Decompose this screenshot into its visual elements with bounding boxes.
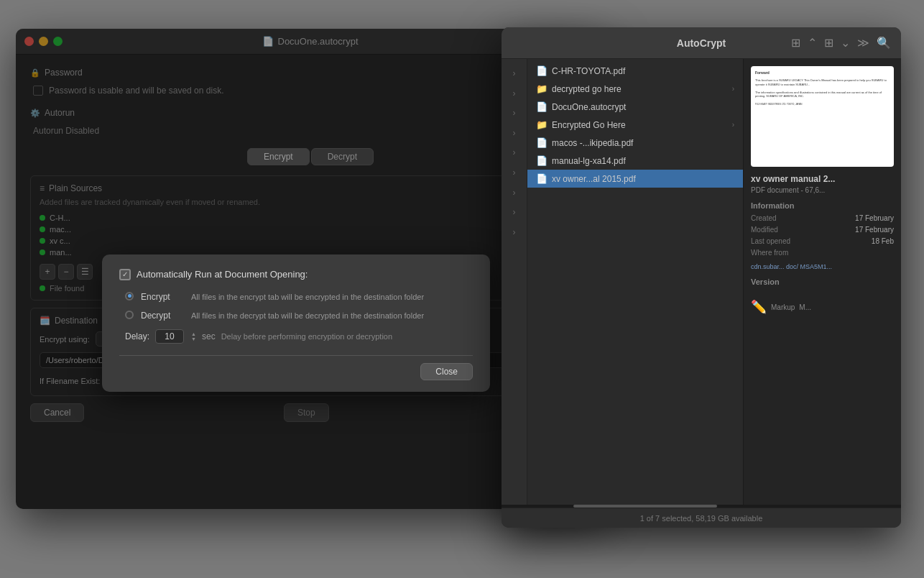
modified-label: Modified [751,226,778,234]
finder-window: AutoCrypt ⊞ ⌃ ⊞ ⌄ ≫ 🔍 › › › › › › › › › [502,27,901,528]
status-text: 1 of 7 selected, 58,19 GB available [640,514,763,523]
modal-divider [119,355,473,356]
last-opened-row: Last opened 18 Feb [751,237,894,245]
sidebar-arrow-7[interactable]: › [513,185,516,201]
modal-encrypt-option: Encrypt All files in the encrypt tab wil… [119,292,473,302]
pdf-icon: 📄 [536,173,548,184]
list-item[interactable]: 📄 C-HR-TOYOTA.pdf [527,62,743,80]
doc-icon: 📄 [536,101,548,112]
pdf-icon: 📄 [536,155,548,166]
modal-title: Automatically Run at Document Opening: [137,269,308,280]
modified-row: Modified 17 February [751,226,894,234]
file-item-name: manual-lg-xa14.pdf [552,156,626,166]
delay-input[interactable] [155,329,184,344]
sidebar-arrow-1[interactable]: › [513,66,516,82]
markup-label: Markup [771,303,795,311]
file-item-name: xv owner...al 2015.pdf [552,174,636,184]
modal-title-row: ✓ Automatically Run at Document Opening: [119,269,473,280]
search-button[interactable]: 🔍 [877,36,891,50]
last-opened-value: 18 Feb [872,237,894,245]
modal-encrypt-label: Encrypt [141,292,184,302]
list-item[interactable]: 📄 manual-lg-xa14.pdf [527,152,743,170]
where-from-value: cdn.subar... doc/ MSA5M1... [751,263,894,270]
modal-checkbox[interactable]: ✓ [119,269,131,280]
last-opened-label: Last opened [751,237,790,245]
share-button[interactable]: ≫ [857,36,869,50]
markup-icon: ✏️ [751,299,767,315]
finder-title: AutoCrypt [677,37,726,49]
version-label: Version [751,277,894,286]
modal-decrypt-option: Decrypt All files in the decrypt tab wil… [119,311,473,321]
file-item-name: macos -...ikipedia.pdf [552,138,633,148]
sidebar-arrow-9[interactable]: › [513,225,516,241]
markup2-label: M... [799,303,811,311]
view-columns-button[interactable]: ⊞ [791,36,800,50]
modified-value: 17 February [855,226,894,234]
markup-section: ✏️ Markup M... [751,299,894,315]
file-item-name: Encrypted Go Here [552,120,626,130]
stepper-up[interactable]: ▲ [191,331,196,336]
finder-titlebar: AutoCrypt ⊞ ⌃ ⊞ ⌄ ≫ 🔍 [502,27,901,59]
sidebar-arrow-6[interactable]: › [513,165,516,181]
finder-preview-panel: Forward This brochure is a SUBARU LEGACY… [743,59,901,505]
delay-stepper[interactable]: ▲ ▼ [191,331,196,341]
modal-close-row: Close [119,363,473,380]
preview-thumbnail: Forward This brochure is a SUBARU LEGACY… [751,66,894,167]
scroll-indicator [502,505,901,508]
scroll-thumb[interactable] [573,505,717,508]
modal-decrypt-label: Decrypt [141,311,184,321]
file-item-name: decrypted go here [552,84,622,94]
file-item-name: C-HR-TOYOTA.pdf [552,66,625,76]
finder-toolbar: ⊞ ⌃ ⊞ ⌄ ≫ 🔍 [791,36,891,50]
stepper-down[interactable]: ▼ [191,336,196,341]
sidebar-arrow-2[interactable]: › [513,86,516,102]
modal-encrypt-radio-dot [125,292,134,301]
finder-sidebar: › › › › › › › › › [502,59,527,505]
modal-decrypt-desc: All files in the decrypt tab will be dec… [191,311,424,320]
preview-info-label: Information [751,201,894,210]
where-from-label: Where from [751,249,788,257]
pdf-icon: 📄 [536,65,548,76]
finder-main: 📄 C-HR-TOYOTA.pdf 📁 decrypted go here › … [527,59,743,505]
file-list: 📄 C-HR-TOYOTA.pdf 📁 decrypted go here › … [527,59,743,505]
delay-unit: sec [202,331,216,341]
preview-subtitle: PDF document - 67,6... [751,186,894,194]
list-item[interactable]: 📁 decrypted go here › [527,80,743,98]
sidebar-arrow-4[interactable]: › [513,126,516,142]
sidebar-arrow-8[interactable]: › [513,205,516,221]
view-toggle-button[interactable]: ⌃ [808,36,817,50]
finder-body: › › › › › › › › › 📄 C-HR-TOYOTA.pdf 📁 de… [502,59,901,505]
folder-icon: 📁 [536,83,548,94]
folder-icon: 📁 [536,119,548,130]
delay-label: Delay: [125,331,149,341]
list-item[interactable]: 📄 DocuOne.autocrypt [527,98,743,116]
modal-delay-row: Delay: ▲ ▼ sec Delay before performing e… [119,329,473,344]
created-value: 17 February [855,214,894,222]
file-item-name: DocuOne.autocrypt [552,102,626,112]
finder-statusbar: 1 of 7 selected, 58,19 GB available [502,508,901,528]
view-grid-button[interactable]: ⊞ [824,36,833,50]
list-item[interactable]: 📁 Encrypted Go Here › [527,116,743,134]
list-item[interactable]: 📄 xv owner...al 2015.pdf [527,170,743,188]
chevron-down-icon[interactable]: ⌄ [841,36,850,50]
created-label: Created [751,214,777,222]
modal-encrypt-desc: All files in the encrypt tab will be enc… [191,292,424,301]
chevron-right-icon: › [732,85,734,93]
pdf-icon: 📄 [536,137,548,148]
list-item[interactable]: 📄 macos -...ikipedia.pdf [527,134,743,152]
where-from-row: Where from [751,249,894,257]
preview-title: xv owner manual 2... [751,174,894,184]
modal-encrypt-radio[interactable] [125,292,134,301]
chevron-right-icon: › [732,121,734,129]
created-row: Created 17 February [751,214,894,222]
modal-decrypt-radio[interactable] [125,311,134,319]
preview-doc-text: Forward This brochure is a SUBARU LEGACY… [755,70,890,106]
sidebar-arrow-3[interactable]: › [513,106,516,121]
modal-close-button[interactable]: Close [420,363,473,380]
modal-decrypt-radio-dot [125,311,134,319]
autorun-modal: ✓ Automatically Run at Document Opening:… [102,254,490,392]
sidebar-arrow-5[interactable]: › [513,145,516,161]
delay-desc: Delay before performing encryption or de… [221,332,392,341]
